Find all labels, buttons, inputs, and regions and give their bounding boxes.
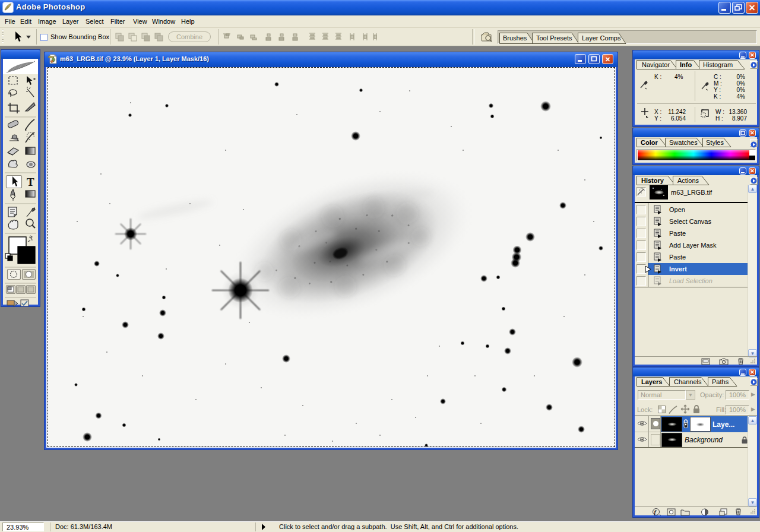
svg-text:Tool Presets: Tool Presets	[536, 34, 572, 42]
svg-text:Layer Comps: Layer Comps	[582, 34, 621, 42]
svg-text:Layers: Layers	[641, 378, 662, 385]
svg-text:Brushes: Brushes	[503, 34, 527, 42]
svg-text:Histogram: Histogram	[703, 61, 733, 68]
svg-text:Color: Color	[641, 139, 658, 146]
svg-text:Navigator: Navigator	[642, 61, 670, 68]
svg-text:Actions: Actions	[677, 177, 699, 184]
svg-text:T: T	[27, 176, 34, 188]
svg-text:Paths: Paths	[712, 378, 729, 385]
svg-text:Swatches: Swatches	[669, 139, 698, 146]
svg-text:Info: Info	[680, 61, 692, 68]
svg-text:Styles: Styles	[706, 139, 724, 146]
svg-text:History: History	[641, 177, 664, 184]
svg-text:Channels: Channels	[674, 378, 702, 385]
